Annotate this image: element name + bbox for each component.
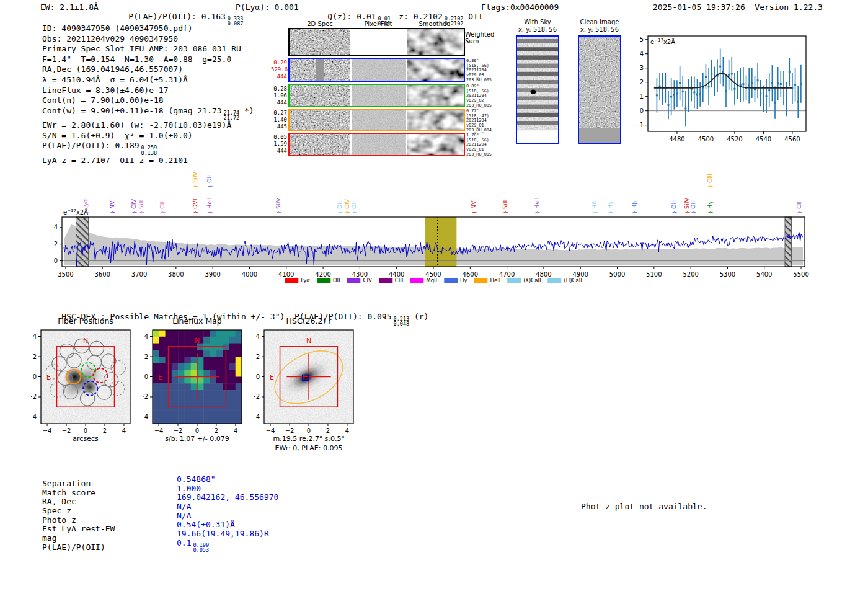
svg-text:0: 0	[256, 373, 260, 380]
fiber2-meta: 0.89"(518, 56)20211204v029_02203_RU_005	[466, 84, 492, 109]
cutout-row-fiber2	[288, 84, 465, 107]
legend-label: MgII	[426, 277, 437, 283]
svg-text:−4: −4	[154, 427, 164, 434]
fiber-xlabel: arcsecs	[73, 435, 99, 443]
column-header-2dspec: 2D Spec	[307, 20, 333, 27]
info-cont-n: Cont(n) = 7.90(±0.00)e-18	[42, 96, 254, 106]
match-table-value: N/A	[177, 512, 278, 521]
match-table-label: RA, Dec	[42, 497, 115, 507]
match-plae-value: 0.10.1990.053	[177, 539, 278, 553]
svg-text:0: 0	[144, 373, 148, 380]
legend-swatch	[548, 278, 562, 283]
with-sky-title: With Sky	[524, 19, 551, 25]
fiber3-weights: 0.271.40445	[271, 110, 287, 130]
svg-text:3600: 3600	[95, 271, 110, 278]
north-label: N	[83, 337, 88, 345]
svg-text:−2: −2	[31, 393, 37, 400]
z-value: z: 0.2102	[399, 12, 442, 21]
svg-text:1: 1	[640, 93, 644, 100]
svg-text:0: 0	[640, 107, 644, 114]
fiber3-meta: 0.77"(518, 47)20211204v029_01203_RU_004	[466, 109, 492, 133]
svg-text:2: 2	[640, 79, 644, 86]
cutout-smoothed-image	[407, 59, 464, 81]
svg-text:0: 0	[33, 373, 37, 380]
cutout-2dspec-image	[290, 134, 350, 155]
legend-label: (K)CaII	[523, 277, 541, 283]
cutout-row-fiber3	[288, 109, 465, 131]
header-ew: EW: 2.1±1.8Å	[40, 2, 99, 12]
north-label: N	[195, 337, 200, 345]
north-label: N	[306, 337, 311, 345]
info-radec: RA,Dec (169.041946,46.557007)	[42, 64, 254, 75]
match-table-label: Separation	[42, 479, 115, 489]
clean-image-coords: x, y: 518, 56	[580, 26, 619, 33]
svg-text:0: 0	[195, 427, 199, 434]
east-label: E	[158, 373, 162, 381]
svg-text:4500: 4500	[698, 136, 714, 143]
masked-band	[785, 217, 792, 267]
cutout-row-fiber1	[288, 58, 465, 82]
legend-swatch	[379, 278, 392, 283]
clean-image	[578, 35, 621, 144]
qz-value: Q(z): 0.01	[327, 12, 376, 21]
cutout-2dspec-image	[290, 85, 350, 106]
svg-text:−1: −1	[634, 122, 644, 128]
cutout-pixelflat-image	[352, 29, 406, 55]
z-type: OII	[463, 12, 482, 21]
legend-swatch	[285, 278, 298, 283]
info-seeing: F=1.4" T=0.154 N=1.30 A=0.88 g=25.0	[42, 55, 254, 65]
svg-text:2: 2	[256, 353, 260, 360]
match-table-label: Spec z	[42, 507, 115, 516]
legend-swatch	[474, 278, 488, 283]
svg-text:−2: −2	[174, 427, 183, 434]
svg-text:0: 0	[84, 427, 87, 434]
info-cont-w: Cont(w) = 9.90(±0.11)e-18 (gmag 21.7321.…	[42, 106, 254, 120]
svg-text:5: 5	[640, 36, 644, 43]
column-header-pixelflat: Pixel Flat	[365, 20, 392, 27]
legend-label: Lyα	[301, 277, 310, 283]
svg-text:−2: −2	[62, 427, 71, 434]
match-plae-uncertainty: 0.1990.053	[193, 543, 209, 553]
svg-text:5500: 5500	[793, 271, 808, 278]
match-table-value: 0.54(±0.31)Å	[177, 520, 278, 530]
panel-title: Lineflux Map	[172, 316, 222, 326]
svg-text:4: 4	[345, 427, 349, 434]
spectrum-legend: Lyα OII CIV CIII MgII Hγ HeII (K)CaII (H…	[285, 277, 582, 283]
legend-label: (H)CaII	[564, 277, 582, 283]
with-sky-coords: x, y: 518, 56	[518, 26, 557, 33]
line-fit-chart: −101234544804500452045404560e−17x2Å	[629, 25, 822, 149]
panel-title: HSC(26.2) r	[286, 316, 332, 326]
legend-item: OII	[317, 277, 340, 283]
fiber2-weights: 0.281.06444	[271, 86, 287, 106]
legend-swatch	[410, 278, 423, 283]
cutout-smoothed-image	[407, 134, 464, 155]
weighted-sum-label: Weighted Sum	[465, 31, 497, 45]
cutout-row-fiber4	[288, 133, 465, 156]
svg-text:−2: −2	[285, 427, 294, 434]
match-table-label: Est LyA rest-EW	[42, 525, 115, 534]
legend-item: Lyα	[285, 277, 310, 283]
legend-swatch	[444, 278, 458, 283]
info-wavelength: λ = 4510.94Å σ = 6.04(±5.31)Å	[42, 75, 254, 86]
cutout-smoothed-image	[407, 110, 464, 130]
svg-text:−4: −4	[31, 414, 37, 420]
svg-text:0: 0	[307, 427, 311, 434]
svg-text:−4: −4	[266, 427, 275, 434]
legend-item: (K)CaII	[507, 277, 541, 283]
svg-text:3700: 3700	[131, 271, 147, 278]
legend-label: CIII	[395, 277, 403, 283]
fiber1-meta: 0.86"(518, 56)20211204v029_03203_RU_005	[466, 59, 492, 83]
svg-text:2: 2	[33, 353, 37, 360]
hsc-xlabel-2: EWr: 0, PLAE: 0.095	[275, 444, 342, 452]
svg-text:4520: 4520	[727, 136, 742, 143]
svg-text:2: 2	[144, 353, 148, 360]
fiber-positions-panel: Fiber PositionsNE−4−4−2−2002244arcsecs	[31, 315, 143, 455]
svg-text:4540: 4540	[756, 136, 771, 143]
detected-line-band	[425, 217, 456, 267]
cutout-smoothed-image	[407, 29, 464, 55]
hsc-xlabel-1: m:19.5 re:2.7" s:0.5"	[273, 435, 344, 443]
lineflux-xlabel: s/b: 1.07 +/- 0.079	[165, 435, 229, 443]
legend-label: CIV	[363, 277, 372, 283]
hsc-image-panel: HSC(26.2) rNE−4−4−2−2002244m:19.5 re:2.7…	[254, 315, 369, 464]
header-plya: P(Lyα): 0.001	[236, 2, 299, 12]
